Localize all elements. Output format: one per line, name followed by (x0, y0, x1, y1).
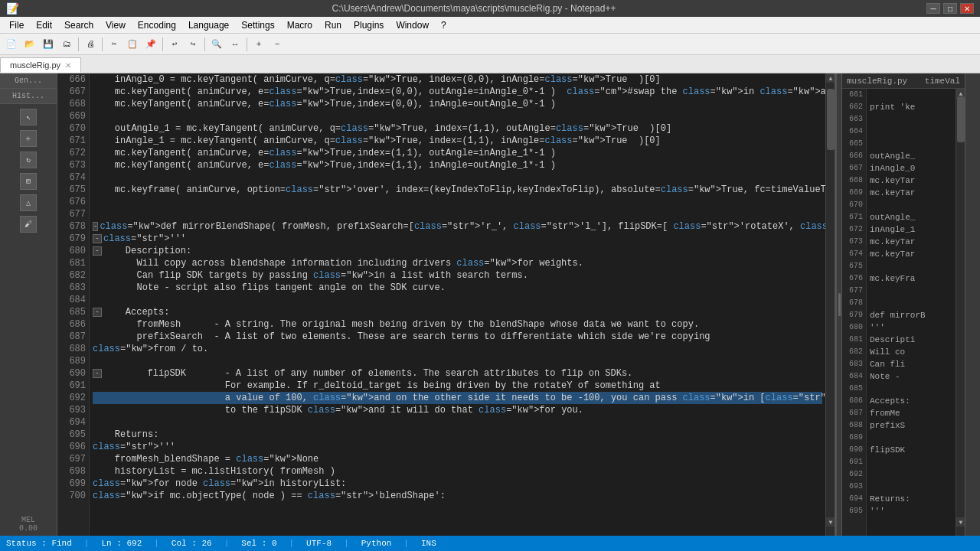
mini-scrollbar[interactable]: ▲ ▼ (956, 89, 965, 536)
undo-button[interactable]: ↩ (166, 36, 183, 53)
mini-code-line-685 (870, 383, 952, 395)
code-line-683[interactable]: Note - script also flips tangent angle o… (93, 282, 822, 294)
menu-language[interactable]: Language (182, 17, 235, 33)
menu-encoding[interactable]: Encoding (132, 17, 182, 33)
maya-scale-tool[interactable]: ⊞ (20, 173, 37, 190)
code-line-692[interactable]: a value of 100, class="kw">and on the ot… (93, 392, 822, 404)
panel-splitter[interactable] (836, 73, 842, 536)
scroll-down-arrow[interactable]: ▼ (826, 517, 835, 527)
code-line-694[interactable] (93, 416, 822, 429)
menu-help[interactable]: ? (435, 17, 452, 33)
save-all-button[interactable]: 🗂 (58, 36, 75, 53)
code-line-685[interactable]: - Accepts: (93, 306, 822, 318)
close-button[interactable]: ✕ (960, 3, 974, 14)
code-line-693[interactable]: to the flipSDK class="kw">and it will do… (93, 404, 822, 416)
code-line-680[interactable]: - Description: (93, 245, 822, 257)
menu-view[interactable]: View (100, 17, 132, 33)
status-insert: INS (421, 539, 436, 548)
save-button[interactable]: 💾 (40, 36, 57, 53)
cut-button[interactable]: ✂ (106, 36, 122, 53)
menu-window[interactable]: Window (390, 17, 435, 33)
maximize-button[interactable]: □ (943, 3, 957, 14)
mini-code-line-678 (870, 297, 952, 309)
code-line-691[interactable]: For example. If r_deltoid_target is bein… (93, 380, 822, 392)
code-line-679[interactable]: - class="str">''' (93, 233, 822, 245)
maya-rotate-tool[interactable]: ↻ (20, 152, 37, 168)
scroll-thumb[interactable] (827, 89, 835, 150)
menu-file[interactable]: File (3, 17, 30, 33)
redo-button[interactable]: ↪ (185, 36, 201, 53)
code-line-700[interactable]: class="kw">if mc.objectType( node ) == c… (93, 490, 822, 502)
mini-scroll-down[interactable]: ▼ (956, 517, 965, 527)
code-line-689[interactable] (93, 355, 822, 367)
menu-plugins[interactable]: Plugins (348, 17, 390, 33)
new-button[interactable]: 📄 (3, 36, 20, 53)
menu-search[interactable]: Search (58, 17, 100, 33)
code-line-690[interactable]: - flipSDK - A list of any number of elem… (93, 367, 822, 380)
mini-scroll-thumb[interactable] (957, 96, 965, 142)
minimize-button[interactable]: ─ (926, 3, 940, 14)
code-line-681[interactable]: Will copy across blendshape information … (93, 257, 822, 269)
code-line-669[interactable] (93, 110, 822, 122)
mini-code-line-669: mc.keyTar (870, 187, 952, 199)
mini-filename-label: muscleRig.py (847, 77, 907, 86)
code-line-675[interactable]: mc.keyframe( animCurve, option=class="st… (93, 184, 822, 196)
mini-code-line-673: mc.keyTar (870, 236, 952, 248)
menu-settings[interactable]: Settings (235, 17, 280, 33)
maya-move-tool[interactable]: ✛ (20, 130, 37, 147)
maya-tool-row-1: ↖ (3, 107, 54, 127)
mini-code-line-683: Can fli (870, 358, 952, 370)
fold-marker-679[interactable]: - (93, 234, 102, 243)
code-line-696[interactable]: class="str">''' (93, 441, 822, 453)
maya-select-tool[interactable]: ↖ (20, 109, 37, 126)
code-line-697[interactable]: fromMesh_blendShape = class="kw">None (93, 453, 822, 465)
menu-macro[interactable]: Macro (281, 17, 318, 33)
editor-area: 6666676686696706716726736746756766776786… (57, 73, 980, 536)
code-line-672[interactable]: mc.keyTangent( animCurve, e=class="kw">T… (93, 147, 822, 159)
tab-musclerigy[interactable]: muscleRig.py ✕ (0, 57, 81, 73)
code-line-677[interactable] (93, 208, 822, 220)
fold-marker-685[interactable]: - (93, 308, 102, 317)
code-line-698[interactable]: historyList = mc.listHistory( fromMesh ) (93, 465, 822, 478)
code-line-687[interactable]: prefixSearch - A list of two elements. T… (93, 331, 822, 343)
menu-run[interactable]: Run (318, 17, 348, 33)
code-line-671[interactable]: inAngle_1 = mc.keyTangent( animCurve, q=… (93, 135, 822, 147)
right-panel (965, 73, 980, 536)
replace-button[interactable]: ↔ (227, 36, 243, 53)
code-line-666[interactable]: inAngle_0 = mc.keyTangent( animCurve, q=… (93, 73, 822, 86)
zoom-in-button[interactable]: + (250, 36, 267, 53)
code-line-667[interactable]: mc.keyTangent( animCurve, e=class="kw">T… (93, 86, 822, 98)
zoom-out-button[interactable]: − (269, 36, 286, 53)
copy-button[interactable]: 📋 (124, 36, 141, 53)
code-line-674[interactable] (93, 171, 822, 184)
maya-paint-tool[interactable]: 🖌 (20, 216, 37, 233)
code-line-678[interactable]: -class="kw">def mirrorBlendShape( fromMe… (93, 220, 822, 233)
mini-code-header: muscleRig.py timeVal (842, 73, 965, 89)
open-button[interactable]: 📂 (21, 36, 38, 53)
vertical-scrollbar[interactable]: ▲ ▼ (825, 73, 835, 536)
code-line-676[interactable] (93, 196, 822, 208)
code-line-686[interactable]: fromMesh - A string. The original mesh b… (93, 318, 822, 331)
mini-code-line-661 (870, 89, 952, 101)
maya-polygon-tool[interactable]: △ (20, 194, 37, 211)
fold-marker-690[interactable]: - (93, 369, 102, 378)
code-line-695[interactable]: Returns: (93, 429, 822, 441)
code-line-688[interactable]: class="kw">from / to. (93, 343, 822, 355)
code-content[interactable]: inAngle_0 = mc.keyTangent( animCurve, q=… (90, 73, 825, 536)
menu-edit[interactable]: Edit (30, 17, 58, 33)
code-line-670[interactable]: outAngle_1 = mc.keyTangent( animCurve, q… (93, 122, 822, 135)
tab-close-icon[interactable]: ✕ (65, 61, 71, 70)
code-line-699[interactable]: class="kw">for node class="kw">in histor… (93, 478, 822, 490)
print-button[interactable]: 🖨 (82, 36, 99, 53)
code-line-673[interactable]: mc.keyTangent( animCurve, e=class="kw">T… (93, 159, 822, 171)
maya-tool-row-5: △ (3, 193, 54, 213)
fold-marker-678[interactable]: - (93, 222, 98, 231)
code-line-684[interactable] (93, 294, 822, 306)
scroll-up-arrow[interactable]: ▲ (826, 73, 835, 83)
find-button[interactable]: 🔍 (208, 36, 225, 53)
code-line-668[interactable]: mc.keyTangent( animCurve, e=class="kw">T… (93, 98, 822, 110)
paste-button[interactable]: 📌 (142, 36, 159, 53)
fold-marker-680[interactable]: - (93, 246, 102, 256)
code-line-682[interactable]: Can flip SDK targets by passing class="k… (93, 269, 822, 282)
mini-code-line-692 (870, 468, 952, 481)
